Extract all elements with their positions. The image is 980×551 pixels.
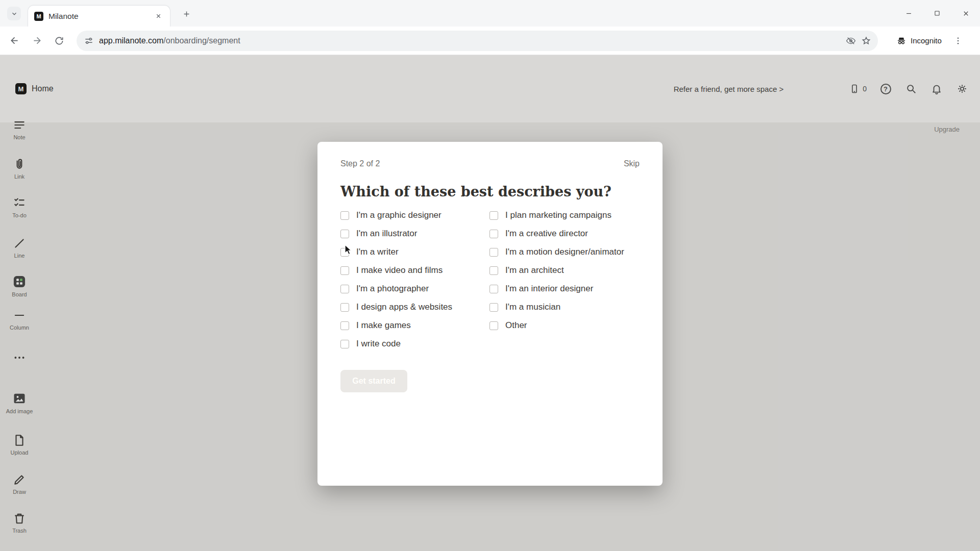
- checkbox[interactable]: [340, 211, 349, 220]
- browser-menu-button[interactable]: [948, 31, 968, 51]
- checkbox[interactable]: [340, 285, 349, 293]
- option-row[interactable]: I'm a graphic designer: [340, 206, 489, 224]
- browser-tab[interactable]: M Milanote: [28, 5, 170, 27]
- option-label: I'm a musician: [505, 302, 560, 312]
- option-row[interactable]: I'm a creative director: [489, 224, 624, 243]
- option-label: I plan marketing campaigns: [505, 210, 611, 220]
- minimize-button[interactable]: [894, 0, 923, 27]
- option-row[interactable]: I write code: [340, 335, 489, 353]
- checkbox[interactable]: [489, 230, 498, 238]
- tab-strip: M Milanote: [0, 0, 980, 27]
- option-row[interactable]: I'm a photographer: [340, 280, 489, 298]
- option-label: I'm a motion designer/animator: [505, 247, 624, 257]
- tab-title: Milanote: [48, 12, 153, 21]
- minimize-icon: [905, 10, 913, 17]
- get-started-button[interactable]: Get started: [340, 370, 407, 392]
- options-column-right: I plan marketing campaigns I'm a creativ…: [489, 206, 624, 353]
- incognito-badge[interactable]: Incognito: [891, 32, 947, 50]
- checkbox[interactable]: [340, 340, 349, 348]
- option-row[interactable]: I'm a musician: [489, 298, 624, 316]
- browser-chrome: M Milanote: [0, 0, 980, 55]
- chevron-down-icon: [11, 10, 18, 17]
- checkbox[interactable]: [489, 303, 498, 312]
- forward-button[interactable]: [27, 31, 47, 51]
- maximize-button[interactable]: [923, 0, 951, 27]
- back-button[interactable]: [4, 31, 24, 51]
- option-row[interactable]: I'm an illustrator: [340, 224, 489, 243]
- option-row[interactable]: I'm a motion designer/animator: [489, 243, 624, 261]
- option-row[interactable]: I plan marketing campaigns: [489, 206, 624, 224]
- url-text: app.milanote.com/onboarding/segment: [99, 36, 240, 45]
- step-indicator: Step 2 of 2: [340, 159, 380, 168]
- dialog-title: Which of these best describes you?: [340, 184, 611, 199]
- checkbox[interactable]: [340, 248, 349, 257]
- options-grid: I'm a graphic designer I'm an illustrato…: [340, 206, 624, 353]
- back-arrow-icon: [9, 35, 20, 46]
- checkbox[interactable]: [489, 211, 498, 220]
- option-row[interactable]: I make games: [340, 316, 489, 335]
- option-label: I make video and films: [356, 265, 443, 276]
- checkbox[interactable]: [489, 266, 498, 275]
- option-row[interactable]: I'm an interior designer: [489, 280, 624, 298]
- new-tab-button[interactable]: [179, 6, 194, 21]
- reload-icon: [54, 36, 64, 46]
- window-controls: [894, 0, 980, 27]
- close-button[interactable]: [951, 0, 980, 27]
- checkbox[interactable]: [340, 321, 349, 330]
- option-label: I'm an illustrator: [356, 229, 417, 239]
- option-label: I'm a writer: [356, 247, 399, 257]
- address-bar[interactable]: app.milanote.com/onboarding/segment: [77, 31, 878, 51]
- incognito-label: Incognito: [911, 36, 942, 45]
- tab-close-button[interactable]: [153, 11, 164, 22]
- option-label: I'm a photographer: [356, 284, 429, 294]
- browser-toolbar: app.milanote.com/onboarding/segment Inco…: [0, 27, 980, 55]
- option-row[interactable]: I design apps & websites: [340, 298, 489, 316]
- option-row[interactable]: Other: [489, 316, 624, 335]
- options-column-left: I'm a graphic designer I'm an illustrato…: [340, 206, 489, 353]
- option-label: I make games: [356, 320, 411, 331]
- maximize-icon: [934, 10, 941, 17]
- tab-search-button[interactable]: [7, 7, 21, 20]
- option-label: I'm an architect: [505, 265, 564, 276]
- kebab-menu-icon: [953, 36, 963, 45]
- option-label: I'm an interior designer: [505, 284, 593, 294]
- option-label: I'm a creative director: [505, 229, 588, 239]
- plus-icon: [182, 10, 191, 18]
- bookmark-star-icon[interactable]: [859, 33, 874, 48]
- checkbox[interactable]: [489, 248, 498, 257]
- close-icon: [962, 10, 970, 17]
- checkbox[interactable]: [489, 321, 498, 330]
- checkbox[interactable]: [340, 303, 349, 312]
- option-row[interactable]: I'm an architect: [489, 261, 624, 280]
- url-path: /onboarding/segment: [163, 36, 240, 45]
- url-host: app.milanote.com: [99, 36, 163, 45]
- checkbox[interactable]: [489, 285, 498, 293]
- reload-button[interactable]: [49, 31, 69, 51]
- option-row[interactable]: I'm a writer: [340, 243, 489, 261]
- visibility-off-icon[interactable]: [843, 33, 859, 48]
- option-label: I write code: [356, 339, 401, 349]
- site-info-icon[interactable]: [84, 36, 94, 46]
- forward-arrow-icon: [32, 35, 42, 46]
- option-label: Other: [505, 320, 527, 331]
- onboarding-dialog: Step 2 of 2 Skip Which of these best des…: [317, 142, 663, 486]
- option-label: I design apps & websites: [356, 302, 452, 312]
- skip-link[interactable]: Skip: [624, 159, 640, 168]
- checkbox[interactable]: [340, 266, 349, 275]
- option-row[interactable]: I make video and films: [340, 261, 489, 280]
- option-label: I'm a graphic designer: [356, 210, 442, 220]
- milanote-favicon: M: [34, 12, 43, 21]
- incognito-icon: [896, 36, 906, 46]
- checkbox[interactable]: [340, 230, 349, 238]
